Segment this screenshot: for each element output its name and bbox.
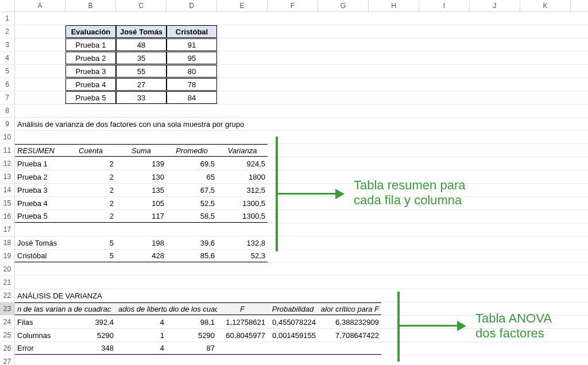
anova-hdr-ss[interactable]: a de cuadrac — [65, 302, 116, 315]
row-header-14[interactable]: 14 — [0, 184, 15, 196]
input-row[interactable]: Prueba 4 — [65, 78, 116, 91]
summary-row-suma[interactable]: 105 — [116, 197, 167, 209]
summary-row-suma[interactable]: 139 — [116, 157, 167, 170]
summary-col-varianza[interactable]: 132,8 — [217, 236, 268, 249]
summary-hdr-promedio[interactable]: Promedio — [167, 144, 217, 157]
row-header-10[interactable]: 10 — [0, 131, 15, 143]
input-val[interactable]: 35 — [116, 52, 167, 64]
row-header-16[interactable]: 16 — [0, 210, 15, 223]
row-header-11[interactable]: 11 — [0, 144, 15, 157]
anova-ss[interactable]: 5290 — [65, 329, 116, 341]
input-row[interactable]: Prueba 2 — [65, 52, 116, 64]
summary-row-cuenta[interactable]: 2 — [65, 170, 116, 183]
anova-ms[interactable]: 87 — [167, 342, 217, 355]
summary-row-name[interactable]: Prueba 3 — [15, 184, 65, 196]
col-header-A[interactable]: A — [15, 0, 65, 11]
input-val[interactable]: 78 — [167, 78, 217, 91]
summary-col-suma[interactable]: 198 — [116, 236, 167, 249]
summary-col-cuenta[interactable]: 5 — [65, 250, 116, 262]
row-header-2[interactable]: 2 — [0, 25, 15, 38]
anova-df[interactable]: 4 — [116, 342, 167, 355]
row-header-13[interactable]: 13 — [0, 170, 15, 183]
summary-col-name[interactable]: Cristóbal — [15, 250, 65, 262]
summary-col-promedio[interactable]: 85,6 — [167, 250, 217, 262]
row-header-5[interactable]: 5 — [0, 65, 15, 77]
row-header-6[interactable]: 6 — [0, 78, 15, 91]
input-val[interactable]: 33 — [116, 91, 167, 104]
col-header-C[interactable]: C — [116, 0, 167, 11]
col-header-B[interactable]: B — [65, 0, 116, 11]
cell-A1[interactable] — [15, 12, 65, 25]
anova-hdr-ms[interactable]: dio de los cuad — [167, 302, 217, 315]
summary-hdr-varianza[interactable]: Varianza — [217, 144, 268, 157]
summary-hdr-suma[interactable]: Suma — [116, 144, 167, 157]
row-header-3[interactable]: 3 — [0, 38, 15, 51]
row-header-4[interactable]: 4 — [0, 52, 15, 64]
anova-f[interactable]: 60,8045977 — [217, 329, 268, 341]
row-header-26[interactable]: 26 — [0, 342, 15, 355]
anova-ms[interactable]: 5290 — [167, 329, 217, 341]
summary-col-cuenta[interactable]: 5 — [65, 236, 116, 249]
summary-row-varianza[interactable]: 312,5 — [217, 184, 268, 196]
col-header-I[interactable]: I — [419, 0, 470, 11]
cell-A3[interactable] — [15, 38, 65, 51]
summary-row-name[interactable]: Prueba 1 — [15, 157, 65, 170]
row-header-22[interactable]: 22 — [0, 289, 15, 302]
summary-row-cuenta[interactable]: 2 — [65, 210, 116, 223]
summary-row-promedio[interactable]: 69,5 — [167, 157, 217, 170]
summary-row-name[interactable]: Prueba 2 — [15, 170, 65, 183]
anova-hdr-prob[interactable]: Probabilidad — [268, 302, 318, 315]
col-header-E[interactable]: E — [217, 0, 268, 11]
anova-hdr-src[interactable]: n de las varian — [15, 302, 65, 315]
summary-row-suma[interactable]: 130 — [116, 170, 167, 183]
input-table-header-c1[interactable]: José Tomás — [116, 25, 167, 38]
anova-hdr-df[interactable]: ados de libertd — [116, 302, 167, 315]
summary-col-suma[interactable]: 428 — [116, 250, 167, 262]
input-table-header-eval[interactable]: Evaluación — [65, 25, 116, 38]
anova-df[interactable]: 1 — [116, 329, 167, 341]
anova-fc[interactable] — [318, 342, 381, 355]
cell-A2[interactable] — [15, 25, 65, 38]
row-header-21[interactable]: 21 — [0, 276, 15, 289]
col-header-G[interactable]: G — [318, 0, 369, 11]
input-val[interactable]: 55 — [116, 65, 167, 77]
summary-row-varianza[interactable]: 1300,5 — [217, 210, 268, 223]
two-factor-title[interactable]: Análisis de varianza de dos factores con… — [15, 118, 419, 130]
row-header-7[interactable]: 7 — [0, 91, 15, 104]
anova-ss[interactable]: 348 — [65, 342, 116, 355]
anova-fc[interactable]: 7,708647422 — [318, 329, 381, 341]
input-table-header-c2[interactable]: Cristóbal — [167, 25, 217, 38]
row-header-25[interactable]: 25 — [0, 329, 15, 341]
input-row[interactable]: Prueba 1 — [65, 38, 116, 51]
summary-row-promedio[interactable]: 65 — [167, 170, 217, 183]
summary-row-cuenta[interactable]: 2 — [65, 157, 116, 170]
col-header-D[interactable]: D — [167, 0, 217, 11]
col-header-K[interactable]: K — [520, 0, 571, 11]
anova-ss[interactable]: 392,4 — [65, 316, 116, 328]
summary-row-promedio[interactable]: 58,5 — [167, 210, 217, 223]
summary-hdr-resumen[interactable]: RESUMEN — [15, 144, 65, 157]
anova-f[interactable]: 1,12758621 — [217, 316, 268, 328]
col-header-H[interactable]: H — [369, 0, 419, 11]
summary-row-cuenta[interactable]: 2 — [65, 197, 116, 209]
summary-row-suma[interactable]: 117 — [116, 210, 167, 223]
col-header-J[interactable]: J — [470, 0, 520, 11]
row-header-24[interactable]: 24 — [0, 316, 15, 328]
summary-row-varianza[interactable]: 1800 — [217, 170, 268, 183]
row-header-17[interactable]: 17 — [0, 223, 15, 236]
input-row[interactable]: Prueba 3 — [65, 65, 116, 77]
anova-p[interactable]: 0,001459155 — [268, 329, 318, 341]
cell-D1[interactable] — [167, 12, 217, 25]
summary-col-name[interactable]: José Tomás — [15, 236, 65, 249]
select-all-corner[interactable] — [0, 0, 15, 11]
anova-fc[interactable]: 6,388232909 — [318, 316, 381, 328]
anova-src[interactable]: Columnas — [15, 329, 65, 341]
anova-p[interactable]: 0,455078224 — [268, 316, 318, 328]
input-val[interactable]: 84 — [167, 91, 217, 104]
row-header-19[interactable]: 19 — [0, 250, 15, 262]
cell-C1[interactable] — [116, 12, 167, 25]
anova-ms[interactable]: 98,1 — [167, 316, 217, 328]
col-header-F[interactable]: F — [268, 0, 318, 11]
input-val[interactable]: 95 — [167, 52, 217, 64]
summary-col-varianza[interactable]: 52,3 — [217, 250, 268, 262]
